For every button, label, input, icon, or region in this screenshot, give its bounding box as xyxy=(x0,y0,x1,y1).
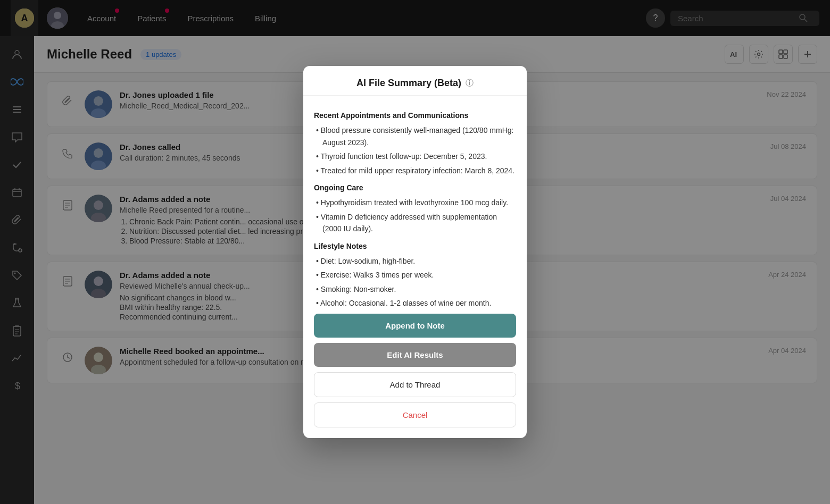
info-icon[interactable]: ⓘ xyxy=(466,78,474,88)
ongoing-item-2: Vitamin D deficiency addressed with supp… xyxy=(314,211,516,235)
lifestyle-item-1: Diet: Low-sodium, high-fiber. xyxy=(314,255,516,267)
edit-ai-results-button[interactable]: Edit AI Results xyxy=(314,343,516,367)
ai-summary-modal: AI File Summary (Beta) ⓘ Recent Appointm… xyxy=(303,66,527,438)
ongoing-item-1: Hypothyroidism treated with levothyroxin… xyxy=(314,197,516,208)
modal-body: Recent Appointments and Communications B… xyxy=(303,96,527,306)
cancel-button[interactable]: Cancel xyxy=(314,402,516,427)
append-to-note-button[interactable]: Append to Note xyxy=(314,314,516,338)
recent-item-3: Treated for mild upper respiratory infec… xyxy=(314,165,516,177)
lifestyle-section-title: Lifestyle Notes xyxy=(314,240,516,252)
modal-overlay: AI File Summary (Beta) ⓘ Recent Appointm… xyxy=(0,0,830,504)
modal-header: AI File Summary (Beta) ⓘ xyxy=(303,66,527,96)
ongoing-care-section-title: Ongoing Care xyxy=(314,182,516,194)
lifestyle-item-4: Alcohol: Occasional, 1-2 glasses of wine… xyxy=(314,297,516,306)
recent-item-2: Thyroid function test follow-up: Decembe… xyxy=(314,150,516,162)
modal-footer: Append to Note Edit AI Results Add to Th… xyxy=(303,306,527,438)
add-to-thread-button[interactable]: Add to Thread xyxy=(314,372,516,397)
lifestyle-item-2: Exercise: Walks 3 times per week. xyxy=(314,269,516,281)
modal-title: AI File Summary (Beta) xyxy=(356,78,461,89)
lifestyle-item-3: Smoking: Non-smoker. xyxy=(314,283,516,295)
recent-item-1: Blood pressure consistently well-managed… xyxy=(314,124,516,148)
recent-appointments-section-title: Recent Appointments and Communications xyxy=(314,110,516,121)
